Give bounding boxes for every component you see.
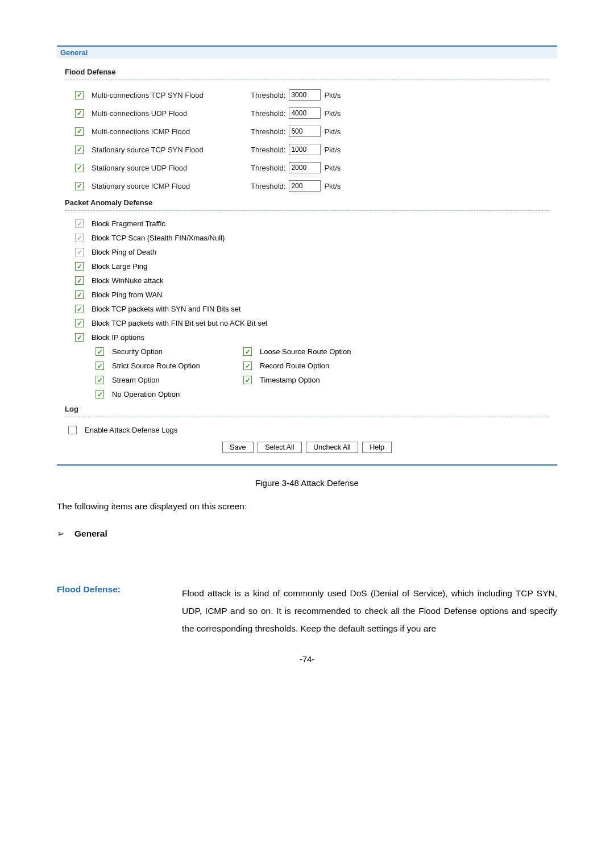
pa-row: Block TCP Scan (Stealth FIN/Xmas/Null) [75,231,549,245]
flood-label: Stationary source UDP Flood [92,164,239,172]
select-all-button[interactable]: Select All [258,442,301,453]
pa-label: Block Large Ping [92,262,549,271]
ip-row: Stream Option Timestamp Option [96,373,549,387]
unit-label: Pkt/s [324,146,341,154]
checkbox[interactable] [75,109,84,118]
checkbox[interactable] [75,333,84,342]
checkbox[interactable] [75,290,84,299]
ip-label: Security Option [112,347,163,356]
description-block: Flood Defense: Flood attack is a kind of… [57,545,557,637]
checkbox[interactable] [96,347,104,356]
pa-label: Block Ping from WAN [92,290,549,299]
pa-label: Block TCP packets with SYN and FIN Bits … [92,305,549,313]
figure-caption: Figure 3-48 Attack Defense [57,466,557,492]
threshold-input[interactable] [289,144,321,155]
pa-label: Block Fragment Traffic [92,219,549,228]
pa-row: Block Fragment Traffic [75,217,549,231]
page-number: -74- [57,637,557,664]
ip-label: Record Route Option [260,362,329,370]
pa-label: Block WinNuke attack [92,276,549,285]
ip-label: No Operation Option [112,390,180,398]
flood-defense-title: Flood Defense [65,64,549,78]
pa-label: Block TCP packets with FIN Bit set but n… [92,319,549,327]
unit-label: Pkt/s [324,164,341,172]
checkbox[interactable] [75,276,84,285]
intro-text: The following items are displayed on thi… [57,492,557,520]
pa-row: Block Large Ping [75,259,549,273]
desc-term: Flood Defense: [57,584,159,637]
ip-row: Security Option Loose Source Route Optio… [96,344,549,359]
pa-label: Block Ping of Death [92,248,549,256]
checkbox[interactable] [75,127,84,136]
checkbox[interactable] [243,362,252,370]
divider [65,417,549,417]
threshold-label: Threshold: [251,91,285,99]
flood-row: Multi-connections ICMP Flood Threshold: … [75,122,549,140]
checkbox[interactable] [75,262,84,271]
checkbox[interactable] [75,305,84,313]
pa-row: Block WinNuke attack [75,273,549,288]
ip-row: Strict Source Route Option Record Route … [96,359,549,373]
log-title: Log [65,401,549,416]
flood-rows: Multi-connections TCP SYN Flood Threshol… [65,86,549,195]
checkbox[interactable] [75,164,84,172]
pa-row: Block TCP packets with FIN Bit set but n… [75,316,549,330]
flood-row: Multi-connections TCP SYN Flood Threshol… [75,86,549,104]
button-bar: Save Select All Uncheck All Help [65,437,549,455]
flood-label: Multi-connections ICMP Flood [92,127,239,136]
checkbox[interactable] [75,219,84,228]
flood-row: Stationary source UDP Flood Threshold: P… [75,159,549,177]
log-row: Enable Attack Defense Logs [65,423,549,437]
ip-label: Stream Option [112,376,160,384]
checkbox[interactable] [96,390,104,398]
threshold-input[interactable] [289,162,321,173]
pa-row: Block Ping from WAN [75,288,549,302]
threshold-label: Threshold: [251,164,285,172]
ip-label: Loose Source Route Option [260,347,351,356]
checkbox[interactable] [75,234,84,242]
ip-row: No Operation Option [96,387,549,401]
unit-label: Pkt/s [324,109,341,118]
threshold-input[interactable] [289,89,321,101]
threshold-input[interactable] [289,107,321,119]
packet-anomaly-title: Packet Anomaly Defense [65,195,549,209]
checkbox[interactable] [243,347,252,356]
flood-label: Multi-connections UDP Flood [92,109,239,118]
save-button[interactable]: Save [222,442,254,453]
flood-label: Stationary source TCP SYN Flood [92,146,239,154]
checkbox[interactable] [75,248,84,256]
help-button[interactable]: Help [362,442,392,453]
flood-row: Stationary source ICMP Flood Threshold: … [75,177,549,195]
unit-label: Pkt/s [324,182,341,190]
checkbox[interactable] [96,362,104,370]
uncheck-all-button[interactable]: Uncheck All [306,442,358,453]
pa-label: Block TCP Scan (Stealth FIN/Xmas/Null) [92,234,549,242]
threshold-input[interactable] [289,180,321,192]
pa-rows: Block Fragment Traffic Block TCP Scan (S… [65,217,549,401]
ip-label: Timestamp Option [260,376,320,384]
checkbox[interactable] [75,182,84,190]
ip-label: Strict Source Route Option [112,362,200,370]
general-header: General [57,47,557,59]
threshold-input[interactable] [289,126,321,137]
desc-text: Flood attack is a kind of commonly used … [182,584,557,637]
bullet-icon: ➢ [57,528,64,539]
flood-row: Stationary source TCP SYN Flood Threshol… [75,140,549,159]
settings-panel: General Flood Defense Multi-connections … [57,45,557,466]
threshold-label: Threshold: [251,127,285,136]
threshold-label: Threshold: [251,109,285,118]
flood-label: Multi-connections TCP SYN Flood [92,91,239,99]
checkbox[interactable] [75,319,84,327]
checkbox[interactable] [243,376,252,384]
log-label: Enable Attack Defense Logs [85,426,177,434]
pa-row: Block IP options [75,330,549,344]
pa-row: Block Ping of Death [75,245,549,259]
checkbox[interactable] [75,146,84,154]
threshold-label: Threshold: [251,146,285,154]
checkbox[interactable] [96,376,104,384]
checkbox[interactable] [75,91,84,99]
flood-row: Multi-connections UDP Flood Threshold: P… [75,104,549,122]
checkbox[interactable] [68,426,77,434]
divider [65,210,549,211]
threshold-label: Threshold: [251,182,285,190]
